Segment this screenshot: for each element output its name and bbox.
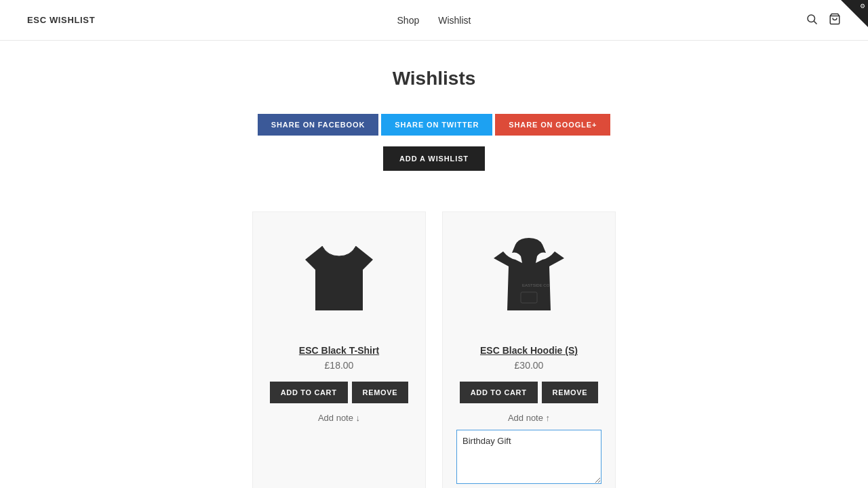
nav-wishlist[interactable]: Wishlist bbox=[438, 15, 471, 26]
product-actions-2: ADD TO CART REMOVE bbox=[460, 382, 598, 403]
nav-shop[interactable]: Shop bbox=[397, 15, 420, 26]
share-twitter-button[interactable]: SHARE ON TWITTER bbox=[381, 114, 492, 136]
products-grid: ESC Black T-Shirt £18.00 ADD TO CART REM… bbox=[136, 211, 732, 488]
svg-point-0 bbox=[808, 15, 815, 22]
add-note-toggle-2[interactable]: Add note ↑ bbox=[508, 413, 550, 423]
product-card-1: ESC Black T-Shirt £18.00 ADD TO CART REM… bbox=[252, 211, 426, 488]
remove-button-2[interactable]: REMOVE bbox=[542, 382, 599, 403]
tshirt-svg bbox=[292, 232, 387, 327]
header-icons bbox=[806, 13, 841, 28]
add-to-cart-button-2[interactable]: ADD TO CART bbox=[460, 382, 538, 403]
svg-line-1 bbox=[814, 21, 816, 24]
hoodie-svg: EASTSIDE CO bbox=[481, 232, 576, 327]
cart-icon[interactable] bbox=[829, 13, 841, 28]
share-facebook-button[interactable]: SHARE ON FACEBOOK bbox=[258, 114, 378, 136]
product-title-2: ESC Black Hoodie (S) bbox=[480, 345, 578, 356]
add-to-cart-button-1[interactable]: ADD TO CART bbox=[270, 382, 348, 403]
product-title-1: ESC Black T-Shirt bbox=[299, 345, 379, 356]
product-price-2: £30.00 bbox=[515, 360, 544, 371]
site-logo[interactable]: ESC WISHLIST bbox=[27, 15, 95, 25]
header: ESC WISHLIST Shop Wishlist bbox=[0, 0, 868, 41]
remove-button-1[interactable]: REMOVE bbox=[352, 382, 409, 403]
svg-text:EASTSIDE CO: EASTSIDE CO bbox=[522, 283, 550, 287]
product-image-1 bbox=[278, 226, 400, 334]
note-textarea-2[interactable]: Birthday Gift bbox=[456, 430, 601, 484]
main-content: Wishlists SHARE ON FACEBOOK SHARE ON TWI… bbox=[122, 41, 746, 488]
product-card-2: EASTSIDE CO ESC Black Hoodie (S) £30.00 … bbox=[442, 211, 616, 488]
share-buttons: SHARE ON FACEBOOK SHARE ON TWITTER SHARE… bbox=[136, 114, 732, 136]
share-googleplus-button[interactable]: SHARE ON GOOGLE+ bbox=[495, 114, 610, 136]
add-wishlist-button[interactable]: ADD A WISHLIST bbox=[383, 146, 485, 171]
product-price-1: £18.00 bbox=[325, 360, 354, 371]
page-title: Wishlists bbox=[136, 68, 732, 89]
main-nav: Shop Wishlist bbox=[397, 15, 471, 26]
product-actions-1: ADD TO CART REMOVE bbox=[270, 382, 408, 403]
add-note-toggle-1[interactable]: Add note ↓ bbox=[318, 413, 360, 423]
corner-badge-icon: ⚙ bbox=[860, 3, 865, 9]
search-icon[interactable] bbox=[806, 13, 818, 28]
product-image-2: EASTSIDE CO bbox=[468, 226, 590, 334]
